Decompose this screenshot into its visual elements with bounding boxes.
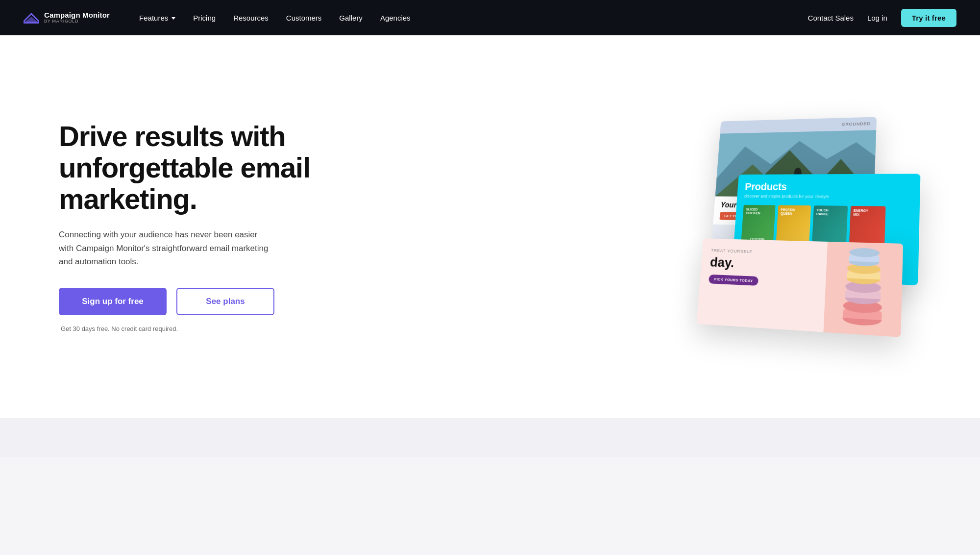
mountain-brand: GROUNDED	[842, 121, 871, 126]
hero-section: Drive results with unforgettable email m…	[0, 35, 980, 418]
hero-visual: GROUNDED	[333, 99, 941, 354]
hero-title: Drive results with unforgettable email m…	[59, 121, 314, 214]
logo-text: Campaign Monitor by Marigold	[44, 11, 110, 24]
hero-buttons: Sign up for free See plans	[59, 288, 314, 315]
nav-gallery[interactable]: Gallery	[339, 14, 363, 22]
product-item-4: EnergyMix	[849, 206, 886, 246]
logo[interactable]: Campaign Monitor by Marigold	[24, 11, 110, 24]
macarons-title: day.	[710, 255, 817, 273]
product-item-1: SlicedChicken PROTEIN	[741, 205, 775, 243]
products-subtitle: discover and inspire products for your l…	[744, 194, 912, 200]
product-item-3: Touchrange	[812, 205, 848, 245]
macarons-svg	[823, 242, 903, 337]
contact-sales-link[interactable]: Contact Sales	[808, 14, 854, 22]
product-item-2: ProteinQueen	[776, 205, 811, 244]
macarons-cta: Pick yours today	[709, 275, 759, 286]
nav-links: Features Pricing Resources Customers Gal…	[139, 14, 808, 22]
signup-button[interactable]: Sign up for free	[59, 288, 167, 315]
try-it-free-button[interactable]: Try it free	[901, 9, 956, 27]
nav-pricing[interactable]: Pricing	[193, 14, 216, 22]
see-plans-button[interactable]: See plans	[176, 288, 274, 315]
navbar: Campaign Monitor by Marigold Features Pr…	[0, 0, 980, 35]
svg-rect-0	[24, 22, 39, 24]
macarons-email-card: treat yourself day. Pick yours today	[696, 238, 903, 337]
hero-subtitle: Connecting with your audience has never …	[59, 228, 274, 268]
login-link[interactable]: Log in	[867, 14, 887, 22]
nav-agencies[interactable]: Agencies	[380, 14, 411, 22]
campaign-monitor-logo-icon	[24, 12, 39, 24]
hero-content: Drive results with unforgettable email m…	[59, 121, 314, 332]
logo-sub-name: by Marigold	[44, 19, 110, 24]
bottom-section	[0, 418, 980, 457]
nav-customers[interactable]: Customers	[286, 14, 322, 22]
hero-note: Get 30 days free. No credit card require…	[61, 325, 314, 332]
nav-resources[interactable]: Resources	[233, 14, 269, 22]
nav-right: Contact Sales Log in Try it free	[808, 9, 956, 27]
macarons-image	[823, 242, 903, 337]
logo-main-name: Campaign Monitor	[44, 11, 110, 20]
products-title: Products	[744, 181, 912, 194]
chevron-down-icon	[172, 17, 175, 20]
nav-features[interactable]: Features	[139, 14, 175, 22]
email-stack: GROUNDED	[667, 115, 958, 374]
